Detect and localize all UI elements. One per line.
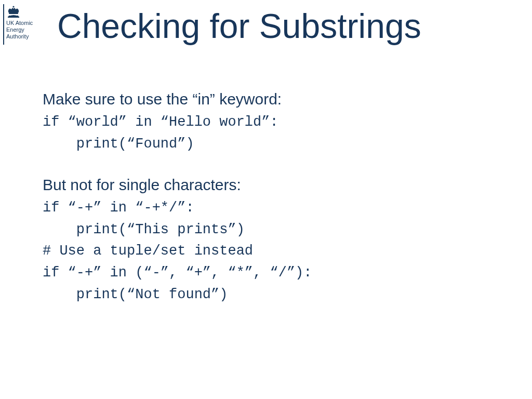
org-line1: UK Atomic xyxy=(6,20,33,26)
org-line3: Authority xyxy=(6,33,29,39)
slide-body: Make sure to use the “in” keyword: if “w… xyxy=(43,87,501,306)
code-line-1b: print(“Found”) xyxy=(43,134,501,155)
crown-crest-icon xyxy=(6,5,21,19)
intro-text-1: Make sure to use the “in” keyword: xyxy=(43,87,501,111)
svg-rect-1 xyxy=(9,12,18,14)
org-line2: Energy xyxy=(6,26,24,33)
svg-point-0 xyxy=(12,6,14,7)
slide: UK Atomic Energy Authority Checking for … xyxy=(0,0,532,399)
intro-text-2: But not for single characters: xyxy=(43,173,501,196)
org-name: UK Atomic Energy Authority xyxy=(6,20,33,40)
code-line-2c: # Use a tuple/set instead xyxy=(43,241,501,262)
logo-bar xyxy=(3,4,4,45)
svg-point-2 xyxy=(9,16,10,17)
slide-title: Checking for Substrings xyxy=(57,6,421,46)
code-line-2b: print(“This prints”) xyxy=(43,219,501,241)
code-line-1a: if “world” in “Hello world”: xyxy=(43,112,501,134)
code-line-2e: print(“Not found”) xyxy=(43,284,501,306)
code-line-2a: if “-+” in “-+*/”: xyxy=(43,197,501,219)
code-line-2d: if “-+” in (“-”, “+”, “*”, “/”): xyxy=(43,262,501,284)
svg-point-3 xyxy=(17,16,19,17)
